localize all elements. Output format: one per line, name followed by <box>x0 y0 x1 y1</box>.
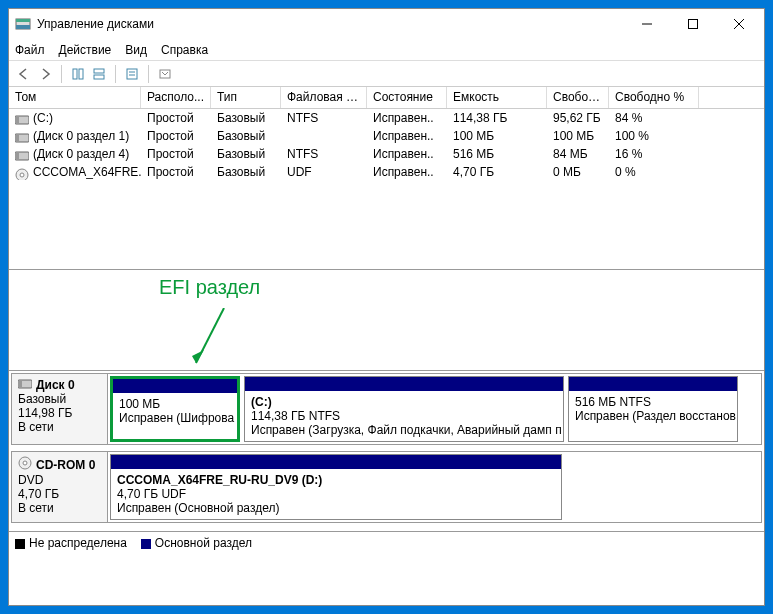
col-status[interactable]: Состояние <box>367 87 447 108</box>
svg-rect-1 <box>16 19 30 22</box>
cell-type: Базовый <box>211 146 281 162</box>
hdd-icon <box>15 114 29 124</box>
partition-status: Исправен (Загрузка, Файл подкачки, Авари… <box>251 423 557 437</box>
cell-free: 84 МБ <box>547 146 609 162</box>
cell-percent: 84 % <box>609 110 699 126</box>
maximize-button[interactable] <box>670 9 716 39</box>
annotation-area: EFI раздел <box>9 270 764 370</box>
cell-capacity: 4,70 ГБ <box>447 164 547 180</box>
toolbar-btn-1[interactable] <box>69 65 87 83</box>
col-filesystem[interactable]: Файловая с... <box>281 87 367 108</box>
menu-view[interactable]: Вид <box>125 43 147 57</box>
cell-layout: Простой <box>141 128 211 144</box>
disk-info[interactable]: Диск 0Базовый114,98 ГБВ сети <box>11 373 107 445</box>
partition-header <box>245 377 563 391</box>
legend-primary: Основной раздел <box>141 536 252 550</box>
hdd-icon <box>18 378 32 392</box>
cell-fs <box>281 135 367 137</box>
toolbar-btn-2[interactable] <box>90 65 108 83</box>
volume-name: CCCOMA_X64FRE... <box>33 165 141 179</box>
dvd-icon <box>15 168 29 178</box>
disk-status: В сети <box>18 420 101 434</box>
cell-layout: Простой <box>141 110 211 126</box>
disk-size: 114,98 ГБ <box>18 406 101 420</box>
volume-row[interactable]: (Диск 0 раздел 4)ПростойБазовыйNTFSИспра… <box>9 145 764 163</box>
cell-percent: 16 % <box>609 146 699 162</box>
volume-row[interactable]: CCCOMA_X64FRE...ПростойБазовыйUDFИсправе… <box>9 163 764 181</box>
toolbar-btn-3[interactable] <box>123 65 141 83</box>
forward-button[interactable] <box>36 65 54 83</box>
col-type[interactable]: Тип <box>211 87 281 108</box>
cell-layout: Простой <box>141 164 211 180</box>
toolbar-btn-help[interactable] <box>156 65 174 83</box>
volume-name: (Диск 0 раздел 1) <box>33 129 129 143</box>
disk-type: Базовый <box>18 392 101 406</box>
volume-row[interactable]: (Диск 0 раздел 1)ПростойБазовыйИсправен.… <box>9 127 764 145</box>
disk-row: CD-ROM 0DVD4,70 ГБВ сетиCCCOMA_X64FRE_RU… <box>11 451 762 523</box>
partition-status: Исправен (Основной раздел) <box>117 501 555 515</box>
annotation-arrow <box>184 308 244 378</box>
cell-type: Базовый <box>211 164 281 180</box>
cell-percent: 0 % <box>609 164 699 180</box>
cell-free: 0 МБ <box>547 164 609 180</box>
volume-name: (C:) <box>33 111 53 125</box>
hdd-icon <box>15 150 29 160</box>
annotation-label: EFI раздел <box>159 276 260 299</box>
svg-rect-8 <box>79 69 83 79</box>
partition[interactable]: (C:)114,38 ГБ NTFSИсправен (Загрузка, Фа… <box>244 376 564 442</box>
disk-info[interactable]: CD-ROM 0DVD4,70 ГБВ сети <box>11 451 107 523</box>
cell-free: 100 МБ <box>547 128 609 144</box>
disk-row: Диск 0Базовый114,98 ГБВ сети100 МБИсправ… <box>11 373 762 445</box>
cell-capacity: 516 МБ <box>447 146 547 162</box>
cell-type: Базовый <box>211 128 281 144</box>
close-button[interactable] <box>716 9 762 39</box>
disk-name: CD-ROM 0 <box>36 458 95 472</box>
back-button[interactable] <box>15 65 33 83</box>
cell-status: Исправен.. <box>367 164 447 180</box>
cell-status: Исправен.. <box>367 110 447 126</box>
menu-file[interactable]: Файл <box>15 43 45 57</box>
volume-row[interactable]: (C:)ПростойБазовыйNTFSИсправен..114,38 Г… <box>9 109 764 127</box>
cell-free: 95,62 ГБ <box>547 110 609 126</box>
col-layout[interactable]: Располо... <box>141 87 211 108</box>
window-title: Управление дисками <box>37 17 624 31</box>
svg-rect-2 <box>16 25 30 29</box>
disk-status: В сети <box>18 501 101 515</box>
svg-rect-4 <box>689 20 698 29</box>
disk-name: Диск 0 <box>36 378 75 392</box>
menubar: Файл Действие Вид Справка <box>9 39 764 61</box>
cell-type: Базовый <box>211 110 281 126</box>
legend: Не распределена Основной раздел <box>9 531 764 554</box>
col-volume[interactable]: Том <box>9 87 141 108</box>
svg-rect-18 <box>16 135 19 141</box>
svg-rect-9 <box>94 69 104 73</box>
app-icon <box>15 16 31 32</box>
col-free[interactable]: Свобод... <box>547 87 609 108</box>
cell-status: Исправен.. <box>367 128 447 144</box>
partition[interactable]: 516 МБ NTFSИсправен (Раздел восстанов. <box>568 376 738 442</box>
partition[interactable]: 100 МБИсправен (Шифрова <box>110 376 240 442</box>
partition[interactable]: CCCOMA_X64FRE_RU-RU_DV9 (D:)4,70 ГБ UDFИ… <box>110 454 562 520</box>
disk-type: DVD <box>18 473 101 487</box>
titlebar[interactable]: Управление дисками <box>9 9 764 39</box>
minimize-button[interactable] <box>624 9 670 39</box>
col-percent[interactable]: Свободно % <box>609 87 699 108</box>
hdd-icon <box>15 132 29 142</box>
svg-rect-11 <box>127 69 137 79</box>
toolbar <box>9 61 764 87</box>
cell-capacity: 114,38 ГБ <box>447 110 547 126</box>
menu-action[interactable]: Действие <box>59 43 112 57</box>
dvd-icon <box>18 456 32 473</box>
partition-name: (C:) <box>251 395 557 409</box>
partition-size: 516 МБ NTFS <box>575 395 731 409</box>
disk-layout: CCCOMA_X64FRE_RU-RU_DV9 (D:)4,70 ГБ UDFИ… <box>107 451 762 523</box>
disk-size: 4,70 ГБ <box>18 487 101 501</box>
menu-help[interactable]: Справка <box>161 43 208 57</box>
cell-fs: NTFS <box>281 146 367 162</box>
svg-rect-14 <box>160 70 170 78</box>
col-capacity[interactable]: Емкость <box>447 87 547 108</box>
svg-rect-26 <box>19 381 22 387</box>
cell-fs: UDF <box>281 164 367 180</box>
partition-status: Исправен (Раздел восстанов. <box>575 409 731 423</box>
partition-size: 4,70 ГБ UDF <box>117 487 555 501</box>
